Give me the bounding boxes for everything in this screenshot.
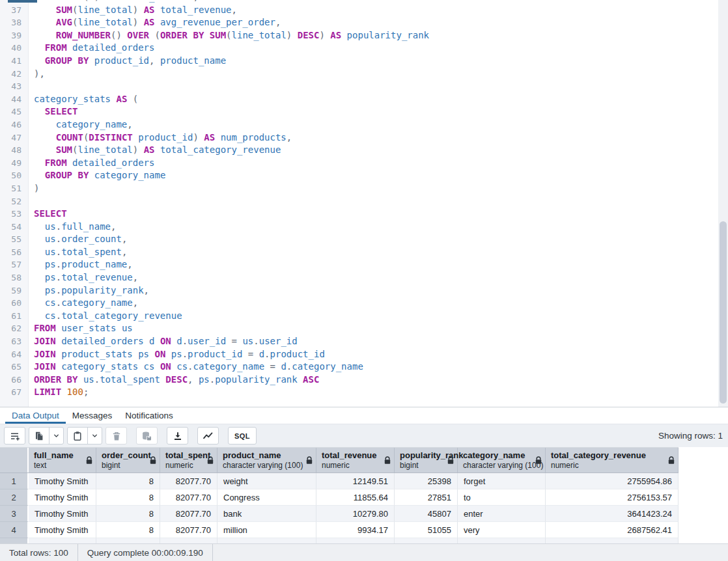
grid-cell[interactable]: Timothy Smith — [29, 489, 96, 506]
code-line[interactable]: 59 ps.popularity_rank, — [0, 284, 728, 297]
row-number-cell[interactable]: 3 — [0, 506, 29, 522]
code-line[interactable]: 47 COUNT(DISTINCT product_id) AS num_pro… — [0, 131, 728, 144]
code-line[interactable]: 65JOIN category_stats cs ON cs.category_… — [0, 361, 728, 374]
code-line[interactable]: 39 ROW_NUMBER() OVER (ORDER BY SUM(line_… — [0, 29, 728, 42]
code-line[interactable]: 67LIMIT 100; — [0, 386, 728, 399]
editor-scrollbar[interactable] — [718, 0, 728, 407]
grid-cell[interactable]: 12149.51 — [316, 473, 395, 489]
grid-cell[interactable]: 51055 — [395, 522, 458, 538]
code-line[interactable]: 42), — [0, 68, 728, 81]
row-number-cell[interactable]: 2 — [0, 489, 29, 506]
code-line[interactable]: 37 SUM(line_total) AS total_revenue, — [0, 4, 728, 17]
column-header-product_name[interactable]: product_namecharacter varying (100) — [217, 448, 316, 472]
grid-cell[interactable]: 2755954.86 — [546, 473, 679, 489]
grid-cell[interactable]: to — [458, 489, 546, 506]
line-number: 50 — [0, 169, 29, 182]
code-line[interactable]: 61 cs.total_category_revenue — [0, 310, 728, 323]
code-line[interactable]: 54 us.full_name, — [0, 221, 728, 234]
code-line[interactable]: 56 us.total_spent, — [0, 246, 728, 259]
row-number-cell[interactable]: 1 — [0, 473, 29, 489]
code-line[interactable]: 50 GROUP BY category_name — [0, 169, 728, 182]
paste-button[interactable] — [68, 428, 87, 444]
grid-cell[interactable]: 8 — [96, 489, 160, 506]
line-number: 44 — [0, 93, 29, 106]
tab-notifications[interactable]: Notifications — [119, 407, 180, 424]
add-row-button[interactable] — [4, 427, 25, 445]
grid-cell[interactable]: 9934.17 — [316, 522, 395, 538]
code-line[interactable]: 58 ps.total_revenue, — [0, 271, 728, 284]
grid-cell[interactable]: 8 — [96, 522, 160, 538]
grid-cell[interactable]: very — [458, 522, 546, 538]
grid-cell[interactable]: forget — [458, 473, 546, 489]
column-header-total_revenue[interactable]: total_revenuenumeric — [316, 448, 395, 472]
sql-button[interactable]: SQL — [228, 427, 257, 445]
line-number: 46 — [0, 118, 29, 131]
copy-options-button[interactable] — [49, 428, 63, 444]
column-header-total_category_revenue[interactable]: total_category_revenuenumeric — [546, 448, 679, 472]
column-header-total_spent[interactable]: total_spentnumeric — [160, 448, 217, 472]
code-line[interactable]: 66ORDER BY us.total_spent DESC, ps.popul… — [0, 374, 728, 387]
code-line[interactable]: 44category_stats AS ( — [0, 93, 728, 106]
row-number-cell[interactable]: 4 — [0, 522, 29, 538]
code-line[interactable]: 46 category_name, — [0, 118, 728, 131]
grid-cell[interactable]: weight — [217, 473, 316, 489]
grid-cell[interactable]: Timothy Smith — [29, 522, 96, 538]
paste-options-button[interactable] — [87, 428, 102, 444]
grid-cell[interactable]: 11855.64 — [316, 489, 395, 506]
grid-cell[interactable]: 27851 — [395, 489, 458, 506]
code-line[interactable]: 64JOIN product_stats ps ON ps.product_id… — [0, 348, 728, 361]
code-line[interactable]: 51) — [0, 182, 728, 195]
code-line[interactable]: 55 us.order_count, — [0, 233, 728, 246]
grid-cell[interactable]: 45807 — [395, 506, 458, 522]
grid-cell[interactable]: bank — [217, 506, 316, 522]
code-line[interactable]: 63JOIN detailed_orders d ON d.user_id = … — [0, 335, 728, 348]
data-output-toolbar: SQL Showing rows: 1 — [0, 424, 728, 447]
code-line[interactable]: 60 cs.category_name, — [0, 297, 728, 310]
code-line[interactable]: 53SELECT — [0, 208, 728, 221]
grid-cell[interactable]: 25398 — [395, 473, 458, 489]
grid-corner-cell[interactable] — [0, 448, 29, 472]
column-header-order_count[interactable]: order_countbigint — [96, 448, 160, 472]
save-results-button[interactable] — [167, 427, 188, 445]
code-line[interactable]: 41 GROUP BY product_id, product_name — [0, 55, 728, 68]
grid-cell[interactable]: 82077.70 — [160, 489, 217, 506]
grid-cell[interactable]: 82077.70 — [160, 473, 217, 489]
grid-cell[interactable]: 8 — [96, 506, 160, 522]
grid-cell[interactable]: Timothy Smith — [29, 473, 96, 489]
editor-scrollbar-thumb[interactable] — [720, 221, 727, 404]
grid-cell[interactable]: 2756153.57 — [546, 489, 679, 506]
delete-row-button[interactable] — [105, 427, 127, 445]
column-header-category_name[interactable]: category_namecharacter varying (100) — [458, 448, 546, 472]
line-number: 43 — [0, 80, 29, 93]
sql-editor[interactable]: 36 COUNT(*) AS times_ordered,37 SUM(line… — [0, 0, 728, 407]
code-line[interactable]: 52 — [0, 195, 728, 208]
code-line[interactable]: 62FROM user_stats us — [0, 322, 728, 335]
line-number: 59 — [0, 284, 29, 297]
grid-cell[interactable]: Congress — [217, 489, 316, 506]
code-line[interactable]: 40 FROM detailed_orders — [0, 42, 728, 55]
grid-cell[interactable]: 3641423.24 — [546, 506, 679, 522]
grid-cell[interactable]: 82077.70 — [160, 522, 217, 538]
grid-cell[interactable]: 8 — [96, 473, 160, 489]
sql-button-label: SQL — [229, 432, 256, 440]
copy-button[interactable] — [29, 428, 49, 444]
tab-data-output[interactable]: Data Output — [5, 407, 66, 424]
grid-cell[interactable]: enter — [458, 506, 546, 522]
column-header-full_name[interactable]: full_nametext — [29, 448, 96, 472]
code-line[interactable]: 38 AVG(line_total) AS avg_revenue_per_or… — [0, 16, 728, 29]
code-line[interactable]: 48 SUM(line_total) AS total_category_rev… — [0, 144, 728, 157]
code-line[interactable]: 49 FROM detailed_orders — [0, 157, 728, 170]
column-header-popularity_rank[interactable]: popularity_rankbigint — [395, 448, 458, 472]
grid-cell[interactable]: 10279.80 — [316, 506, 395, 522]
tab-messages[interactable]: Messages — [66, 407, 119, 424]
grid-cell[interactable]: million — [217, 522, 316, 538]
graph-visualiser-button[interactable] — [197, 427, 219, 445]
code-line[interactable]: 43 — [0, 80, 728, 93]
save-data-changes-button[interactable] — [136, 427, 158, 445]
code-line[interactable]: 57 ps.product_name, — [0, 258, 728, 271]
code-line[interactable]: 45 SELECT — [0, 105, 728, 118]
grid-cell[interactable]: 82077.70 — [160, 506, 217, 522]
grid-cell[interactable]: Timothy Smith — [29, 506, 96, 522]
column-name: category_name — [463, 450, 532, 461]
grid-cell[interactable]: 2687562.41 — [546, 522, 679, 538]
